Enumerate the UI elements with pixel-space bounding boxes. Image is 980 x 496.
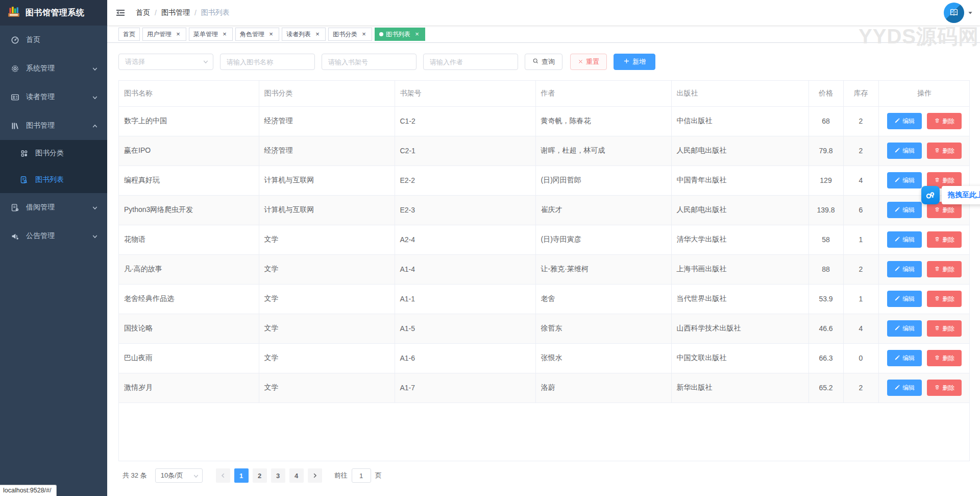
cell-publisher: 中国青年出版社 xyxy=(671,166,808,195)
trash-icon xyxy=(934,325,940,333)
cell-price: 88 xyxy=(808,254,843,284)
sidebar-item-system[interactable]: 系统管理 xyxy=(0,54,107,83)
page-button[interactable]: 4 xyxy=(289,468,304,483)
sidebar-item-borrow[interactable]: 借阅管理 xyxy=(0,193,107,222)
edit-button[interactable]: 编辑 xyxy=(887,202,922,218)
cell-stock: 2 xyxy=(843,136,878,166)
tab-item[interactable]: 图书列表× xyxy=(375,28,425,41)
sidebar-item-home[interactable]: 首页 xyxy=(0,26,107,54)
netdisk-cloud-icon[interactable] xyxy=(921,186,940,204)
tab-item[interactable]: 用户管理× xyxy=(142,28,186,41)
tab-item[interactable]: 角色管理× xyxy=(235,28,279,41)
prev-page-button[interactable] xyxy=(216,468,230,483)
cell-price: 79.8 xyxy=(808,136,843,166)
close-icon[interactable]: × xyxy=(314,31,321,38)
delete-button[interactable]: 删除 xyxy=(927,350,962,366)
cell-author: 张恨水 xyxy=(535,343,671,373)
book-name-input[interactable] xyxy=(220,54,315,70)
tab-item[interactable]: 读者列表× xyxy=(282,28,326,41)
user-menu[interactable] xyxy=(944,3,973,23)
pencil-icon xyxy=(894,206,900,214)
cell-stock: 1 xyxy=(843,284,878,314)
author-input[interactable] xyxy=(423,54,518,70)
close-icon[interactable]: × xyxy=(175,31,182,38)
breadcrumb-item[interactable]: 图书管理 xyxy=(161,8,190,17)
delete-button[interactable]: 删除 xyxy=(927,143,962,159)
sidebar-item-label: 读者管理 xyxy=(26,92,55,102)
column-header: 价格 xyxy=(808,81,843,106)
cell-price: 66.3 xyxy=(808,343,843,373)
edit-button[interactable]: 编辑 xyxy=(887,380,922,396)
breadcrumb-item[interactable]: 首页 xyxy=(136,8,150,17)
edit-button[interactable]: 编辑 xyxy=(887,113,922,129)
goto-page-input[interactable] xyxy=(352,468,371,483)
table-row: Python3网络爬虫开发计算机与互联网E2-3崔庆才人民邮电出版社139.86… xyxy=(119,195,970,225)
cell-category: 文学 xyxy=(259,343,395,373)
edit-button[interactable]: 编辑 xyxy=(887,261,922,277)
cell-shelf: A1-1 xyxy=(395,284,535,314)
category-grid-icon xyxy=(19,149,29,158)
sidebar-item-reader[interactable]: 读者管理 xyxy=(0,83,107,111)
add-button[interactable]: 新增 xyxy=(614,54,655,70)
next-page-button[interactable] xyxy=(308,468,322,483)
sidebar-item-announcement[interactable]: 公告管理 xyxy=(0,222,107,250)
trash-icon xyxy=(934,384,940,392)
edit-button[interactable]: 编辑 xyxy=(887,143,922,159)
cell-price: 139.8 xyxy=(808,195,843,225)
reset-button[interactable]: 重置 xyxy=(570,54,607,70)
category-select[interactable]: 请选择 xyxy=(118,54,213,70)
close-icon[interactable]: × xyxy=(267,31,275,38)
sidebar-item-label: 图书管理 xyxy=(26,121,55,130)
borrow-doc-icon xyxy=(10,203,19,212)
reader-card-icon xyxy=(10,92,19,102)
edit-button[interactable]: 编辑 xyxy=(887,172,922,188)
delete-button[interactable]: 删除 xyxy=(927,231,962,248)
close-icon[interactable]: × xyxy=(413,31,421,38)
hamburger-icon[interactable] xyxy=(107,0,134,26)
search-button[interactable]: 查询 xyxy=(525,54,562,70)
edit-button[interactable]: 编辑 xyxy=(887,350,922,366)
tab-label: 首页 xyxy=(123,30,135,39)
delete-button[interactable]: 删除 xyxy=(927,113,962,129)
tab-item[interactable]: 菜单管理× xyxy=(189,28,233,41)
page-size-select[interactable]: 10条/页 xyxy=(155,468,203,483)
pencil-icon xyxy=(894,355,900,362)
sidebar-item-book-list[interactable]: 图书列表 xyxy=(0,167,107,193)
page-button[interactable]: 1 xyxy=(234,468,249,483)
page-button[interactable]: 2 xyxy=(253,468,267,483)
delete-button[interactable]: 删除 xyxy=(927,291,962,307)
breadcrumb-separator: / xyxy=(155,9,157,17)
upload-hint-label[interactable]: 拖拽至此上传 xyxy=(942,186,980,204)
tab-item[interactable]: 首页 xyxy=(118,28,140,41)
sidebar-item-book[interactable]: 图书管理 xyxy=(0,111,107,140)
cell-category: 文学 xyxy=(259,284,395,314)
page-content: 请选择 查询 重置 新增 xyxy=(107,43,980,496)
shelf-number-input[interactable] xyxy=(322,54,416,70)
tab-item[interactable]: 图书分类× xyxy=(328,28,372,41)
avatar[interactable] xyxy=(944,3,964,23)
plus-icon xyxy=(623,58,630,66)
edit-button[interactable]: 编辑 xyxy=(887,231,922,248)
delete-button[interactable]: 删除 xyxy=(927,320,962,337)
page-button[interactable]: 3 xyxy=(271,468,285,483)
sidebar-item-label: 图书分类 xyxy=(35,149,64,158)
edit-button[interactable]: 编辑 xyxy=(887,291,922,307)
caret-down-icon[interactable] xyxy=(968,10,973,15)
books-icon xyxy=(10,121,19,130)
cell-shelf: A1-5 xyxy=(395,314,535,343)
close-icon[interactable]: × xyxy=(360,31,368,38)
trash-icon xyxy=(934,117,940,125)
cell-publisher: 中国文联出版社 xyxy=(671,343,808,373)
sidebar-item-book-category[interactable]: 图书分类 xyxy=(0,140,107,167)
close-icon[interactable]: × xyxy=(221,31,228,38)
app-logo-bar[interactable]: 图书馆管理系统 xyxy=(0,0,107,26)
cell-stock: 4 xyxy=(843,166,878,195)
column-header: 图书名称 xyxy=(119,81,259,106)
delete-button[interactable]: 删除 xyxy=(927,380,962,396)
edit-button[interactable]: 编辑 xyxy=(887,320,922,337)
cell-operations: 编辑删除 xyxy=(878,254,970,284)
table-row: 老舍经典作品选文学A1-1老舍当代世界出版社53.91编辑删除 xyxy=(119,284,970,314)
delete-button[interactable]: 删除 xyxy=(927,261,962,277)
main-area: 首页/图书管理/图书列表 首页用户管理×菜单管理×角色管理×读者列表×图书分类×… xyxy=(107,0,980,496)
table-row: 赢在IPO经济管理C2-1谢晖，杜超，林可成人民邮电出版社79.82编辑删除 xyxy=(119,136,970,166)
